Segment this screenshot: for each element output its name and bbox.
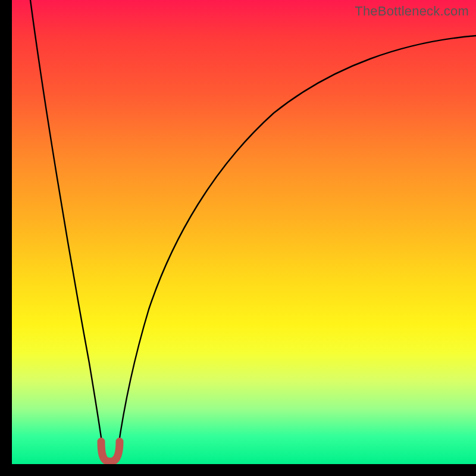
chart-axis-left xyxy=(0,0,12,476)
trough-marker xyxy=(101,441,120,462)
curve-left-branch xyxy=(30,0,103,450)
chart-plot-area: TheBottleneck.com xyxy=(12,0,476,464)
watermark-label: TheBottleneck.com xyxy=(355,4,469,19)
chart-axis-bottom xyxy=(0,464,476,476)
curve-right-branch xyxy=(118,36,476,450)
bottleneck-curve xyxy=(12,0,476,464)
